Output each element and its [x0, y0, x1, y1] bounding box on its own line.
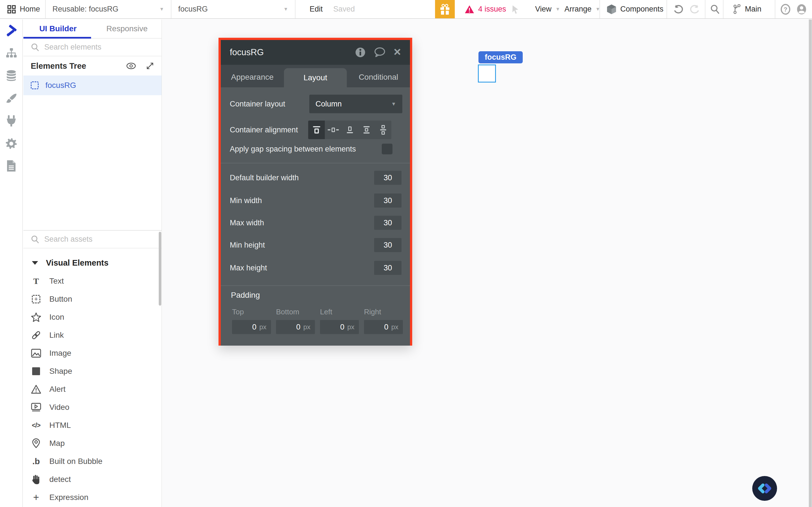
align-bottom-button[interactable] [342, 121, 358, 139]
asset-item-icon[interactable]: Icon [23, 308, 161, 326]
min-width-input[interactable]: 30 [374, 193, 402, 208]
nav-settings[interactable] [0, 132, 22, 155]
default-builder-width-label: Default builder width [230, 173, 299, 182]
divider [666, 0, 667, 18]
tab-ui-builder[interactable]: UI Builder [23, 19, 93, 38]
arrange-menu[interactable]: Arrange ▼ [564, 0, 600, 18]
padding-bottom-input[interactable]: 0 px [276, 320, 315, 334]
expand-icon[interactable] [146, 62, 154, 70]
redo-button[interactable] [690, 0, 700, 18]
asset-item-detect[interactable]: detect [23, 470, 161, 489]
canvas-element-focusrg[interactable] [478, 64, 496, 82]
padding-right-input[interactable]: 0 px [364, 320, 403, 334]
nav-logs[interactable] [0, 155, 22, 177]
align-center-button[interactable] [325, 121, 342, 139]
eye-icon[interactable] [126, 62, 136, 69]
asset-item-link[interactable]: Link [23, 326, 161, 344]
asset-item-text[interactable]: T Text [23, 272, 161, 290]
gift-button[interactable] [435, 0, 455, 18]
nav-design[interactable] [0, 19, 22, 42]
edit-mode-button[interactable]: Edit [310, 0, 323, 18]
asset-item-image[interactable]: Image [23, 344, 161, 362]
asset-item-shape[interactable]: Shape [23, 362, 161, 380]
align-top-button[interactable] [308, 121, 325, 139]
warning-triangle-icon [465, 5, 474, 13]
tree-item-focusrg[interactable]: focusRG [23, 75, 161, 95]
assets-scrollbar[interactable] [159, 232, 161, 305]
scrollbar-handle[interactable] [809, 19, 812, 507]
asset-item-button[interactable]: + Button [23, 290, 161, 308]
design-icon [5, 24, 17, 37]
padding-top-input[interactable]: 0 px [232, 320, 271, 334]
video-icon [31, 402, 42, 413]
tab-appearance[interactable]: Appearance [221, 65, 284, 87]
tab-conditional[interactable]: Conditional [347, 65, 410, 87]
reusable-dropdown[interactable]: Reusable: focusRG ▼ [46, 0, 171, 18]
asset-label: Image [49, 349, 71, 358]
search-assets-row [23, 231, 161, 248]
close-icon[interactable]: × [394, 46, 401, 58]
bubble-editor: Home Reusable: focusRG ▼ focusRG ▼ Edit … [0, 0, 812, 507]
divider [723, 0, 723, 18]
svg-text:?: ? [783, 6, 787, 13]
search-assets-input[interactable] [44, 235, 154, 244]
default-builder-width-input[interactable]: 30 [374, 171, 402, 185]
view-menu[interactable]: View ▼ [535, 0, 560, 18]
nav-data[interactable] [0, 64, 22, 87]
space-around-button[interactable] [375, 121, 391, 139]
search-icon [710, 4, 720, 14]
padding-bottom-unit: px [303, 323, 310, 331]
tree-item-label: focusRG [45, 81, 76, 90]
builder-tabs: UI Builder Responsive [23, 19, 161, 39]
page-dropdown-value: focusRG [178, 5, 208, 13]
comment-icon[interactable] [374, 47, 386, 58]
canvas-element-label[interactable]: focusRG [478, 51, 523, 63]
asset-label: Video [49, 403, 69, 412]
asset-item-alert[interactable]: Alert [23, 380, 161, 398]
section-divider [221, 163, 410, 163]
asset-item-video[interactable]: Video [23, 398, 161, 416]
property-editor-tabs: Appearance Layout Conditional [221, 65, 410, 87]
padding-bottom-label: Bottom [276, 307, 299, 316]
group-element-icon [31, 81, 39, 89]
search-button[interactable] [710, 0, 720, 18]
asset-item-html[interactable]: </> HTML [23, 416, 161, 434]
info-icon[interactable] [355, 47, 366, 58]
bubble-badge[interactable] [752, 476, 777, 501]
help-button[interactable]: ? [780, 0, 791, 18]
undo-button[interactable] [673, 0, 683, 18]
cube-icon [607, 4, 616, 14]
max-width-input[interactable]: 30 [374, 216, 402, 230]
account-avatar[interactable] [796, 0, 808, 18]
layout-tab-body: Container layout Column ▼ Container alig… [221, 87, 410, 346]
components-button[interactable]: Components [607, 0, 663, 18]
gap-spacing-checkbox[interactable] [382, 144, 393, 154]
nav-workflow[interactable] [0, 42, 22, 64]
search-elements-input[interactable] [44, 43, 154, 52]
active-tab-underline [23, 37, 91, 39]
asset-item-map[interactable]: Map [23, 434, 161, 452]
space-between-button[interactable] [358, 121, 375, 139]
max-height-input[interactable]: 30 [374, 261, 402, 275]
tab-layout[interactable]: Layout [284, 68, 347, 87]
tab-responsive[interactable]: Responsive [93, 19, 161, 38]
container-layout-select[interactable]: Column ▼ [309, 95, 402, 113]
min-width-row: Min width 30 [230, 193, 402, 208]
asset-item-built-on-bubble[interactable]: .b Built on Bubble [23, 452, 161, 470]
visual-elements-section[interactable]: Visual Elements [23, 253, 161, 272]
nav-styles[interactable] [0, 87, 22, 110]
max-height-row: Max height 30 [230, 261, 402, 275]
asset-item-expression[interactable]: + Expression [23, 489, 161, 506]
branch-selector[interactable]: Main [733, 0, 762, 18]
padding-left-label: Left [320, 307, 332, 316]
property-editor-header[interactable]: focusRG × [221, 40, 410, 65]
padding-left-input[interactable]: 0 px [320, 320, 359, 334]
home-button[interactable]: Home [7, 0, 40, 18]
window-scrollbar[interactable] [809, 19, 812, 507]
page-dropdown[interactable]: focusRG ▼ [171, 0, 295, 18]
min-height-label: Min height [230, 241, 265, 249]
min-height-input[interactable]: 30 [374, 238, 402, 252]
issues-button[interactable]: 4 issues [465, 0, 506, 18]
sitemap-icon [5, 48, 17, 59]
nav-plugins[interactable] [0, 110, 22, 132]
